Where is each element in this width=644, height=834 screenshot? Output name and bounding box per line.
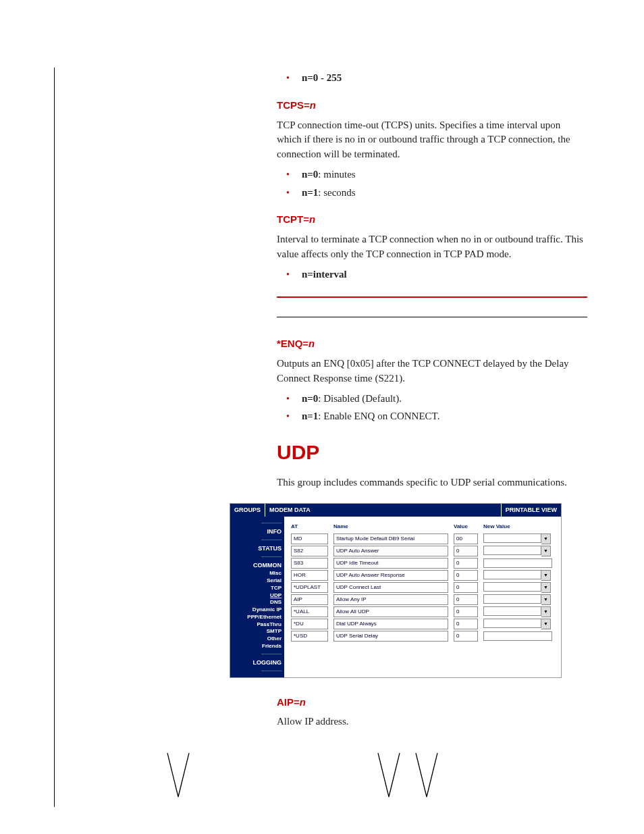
new-value-input[interactable]	[483, 558, 552, 568]
cell-at: MD	[291, 533, 328, 544]
new-value-dropdown[interactable]: ▼	[483, 570, 551, 581]
bullet-text: n=0 - 255	[302, 72, 342, 83]
para-aip: Allow IP address.	[277, 714, 587, 729]
new-value-dropdown[interactable]: ▼	[483, 619, 551, 629]
decorative-strokes	[0, 753, 644, 834]
cmd-label: TCPT=	[277, 213, 309, 225]
chevron-down-icon[interactable]: ▼	[541, 570, 551, 581]
cmd-label: TCPS=	[277, 99, 310, 111]
new-value-dropdown[interactable]: ▼	[483, 582, 551, 593]
para-udp-intro: This group includes commands specific to…	[277, 475, 587, 490]
bullet-text: n=1: Enable ENQ on CONNECT.	[302, 409, 587, 424]
heading-udp: UDP	[277, 438, 587, 467]
bullet-item: • n=1: Enable ENQ on CONNECT.	[277, 409, 587, 424]
table-row: AIPAllow Any IP0▼	[288, 594, 557, 606]
bullet-bold: n=0	[302, 393, 318, 404]
heading-tcps: TCPS=n	[277, 98, 587, 113]
tab-groups[interactable]: GROUPS	[230, 504, 265, 517]
cell-name: UDP Serial Delay	[333, 631, 448, 642]
new-value-dropdown[interactable]: ▼	[483, 546, 551, 556]
chevron-down-icon[interactable]: ▼	[541, 546, 551, 556]
th-name: Name	[331, 521, 451, 533]
cell-value: 0	[454, 546, 478, 556]
cell-value: 0	[454, 582, 478, 593]
table-row: S82UDP Auto Answer0▼	[288, 545, 557, 557]
figure-table-area: AT Name Value New Value MDStartup Mode D…	[284, 517, 561, 677]
bullet-icon: •	[286, 267, 290, 282]
sidebar-item-common[interactable]: COMMON	[233, 561, 281, 569]
new-value-dropdown[interactable]: ▼	[483, 533, 551, 544]
cell-name: UDP Connect Last	[333, 582, 448, 593]
tab-modem-data[interactable]: MODEM DATA	[265, 504, 501, 517]
bullet-icon: •	[286, 167, 290, 182]
sidebar-item-passthru[interactable]: PassThru	[233, 621, 281, 629]
para-tcpt: Interval to terminate a TCP connection w…	[277, 232, 587, 262]
sidebar-item-tcp[interactable]: TCP	[233, 585, 281, 592]
cell-at: *UALL	[291, 606, 328, 617]
cell-name: Startup Mode Default DB9 Serial	[333, 533, 448, 544]
table-row: HORUDP Auto Answer Response0▼	[288, 569, 557, 581]
bullet-rest: : Disabled (Default).	[318, 393, 402, 404]
bullet-icon: •	[286, 186, 290, 200]
cmd-var: n	[308, 338, 315, 349]
bullet-text: n=1: seconds	[302, 186, 587, 201]
cmd-var: n	[300, 696, 306, 708]
sidebar-item-status[interactable]: STATUS	[233, 544, 281, 552]
bullet-item: • n=0: minutes	[277, 167, 587, 182]
bullet-text: n=interval	[302, 269, 347, 280]
bullet-item: • n=0 - 255	[277, 71, 587, 86]
chevron-down-icon[interactable]: ▼	[541, 594, 551, 605]
tab-printable-view[interactable]: PRINTABLE VIEW	[501, 504, 561, 517]
cell-at: AIP	[291, 594, 328, 605]
sidebar-item-other[interactable]: Other	[233, 635, 281, 643]
sidebar-item-info[interactable]: INFO	[233, 527, 281, 536]
bullet-bold: n=1	[302, 411, 318, 421]
sidebar-item-udp[interactable]: UDP	[233, 592, 281, 600]
para-enq: Outputs an ENQ [0x05] after the TCP CONN…	[277, 357, 587, 386]
chevron-down-icon[interactable]: ▼	[541, 606, 551, 617]
cell-name: Dial UDP Always	[333, 619, 448, 629]
para-tcps: TCP connection time-out (TCPS) units. Sp…	[277, 118, 587, 162]
divider-black	[277, 317, 587, 317]
sidebar-item-ppp-ethernet[interactable]: PPP/Ethernet	[233, 614, 281, 621]
table-row: *USDUDP Serial Delay0	[288, 630, 557, 642]
new-value-dropdown[interactable]: ▼	[483, 594, 551, 605]
sidebar-item-friends[interactable]: Friends	[233, 643, 281, 650]
sidebar-item-dns[interactable]: DNS	[233, 599, 281, 606]
cell-at: *UDPLAST	[291, 582, 328, 593]
chevron-down-icon[interactable]: ▼	[541, 533, 551, 544]
table-row: S83UDP Idle Timeout0	[288, 557, 557, 569]
sidebar-sep: --------------	[233, 519, 281, 527]
new-value-input[interactable]	[483, 631, 552, 641]
bullet-rest: : seconds	[318, 187, 355, 198]
th-at: AT	[288, 521, 331, 533]
bullet-icon: •	[286, 71, 290, 85]
sidebar-item-dynamic-ip[interactable]: Dynamic IP	[233, 606, 281, 614]
table-row: MDStartup Mode Default DB9 Serial00▼	[288, 533, 557, 545]
sidebar-item-misc[interactable]: Misc	[233, 570, 281, 577]
sidebar-sep: --------------	[233, 650, 281, 658]
cell-value: 0	[454, 606, 478, 617]
cell-value: 0	[454, 570, 478, 581]
heading-enq: *ENQ=n	[277, 336, 587, 351]
cell-at: HOR	[291, 570, 328, 581]
sidebar-item-serial[interactable]: Serial	[233, 577, 281, 585]
cell-name: UDP Auto Answer	[333, 546, 448, 556]
th-value: Value	[451, 521, 481, 533]
chevron-down-icon[interactable]: ▼	[541, 619, 551, 629]
bullet-item: • n=1: seconds	[277, 186, 587, 201]
bullet-rest: : minutes	[318, 169, 355, 180]
figure-sidebar: -------------- INFO -------------- STATU…	[230, 517, 284, 677]
sidebar-sep: --------------	[233, 667, 281, 675]
divider-red	[277, 296, 587, 298]
chevron-down-icon[interactable]: ▼	[541, 582, 551, 593]
config-table: AT Name Value New Value MDStartup Mode D…	[288, 521, 557, 642]
cell-at: *DU	[291, 619, 328, 629]
new-value-dropdown[interactable]: ▼	[483, 606, 551, 617]
bullet-rest: : Enable ENQ on CONNECT.	[318, 411, 439, 421]
sidebar-item-logging[interactable]: LOGGING	[233, 658, 281, 667]
cell-value: 0	[454, 619, 478, 629]
cmd-label: *ENQ=	[277, 338, 308, 349]
sidebar-item-smtp[interactable]: SMTP	[233, 628, 281, 635]
figure-header: GROUPS MODEM DATA PRINTABLE VIEW	[230, 504, 561, 517]
